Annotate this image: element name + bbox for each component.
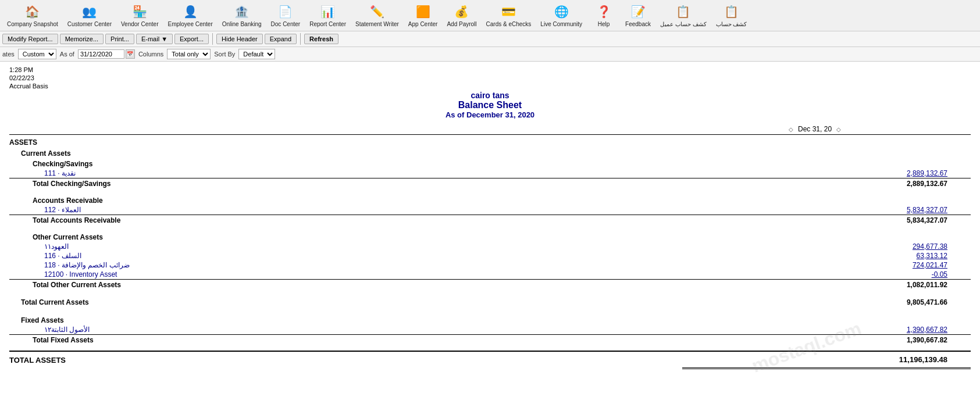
account-fixed-row: الأصول الثابتة١٢ 1,390,667.82 bbox=[9, 325, 971, 335]
nav-cards-echecks[interactable]: 💳 Cards & eChecks bbox=[483, 2, 535, 28]
nav-vendor-center[interactable]: 🏪 Vendor Center bbox=[117, 2, 162, 28]
calendar-button[interactable]: 📅 bbox=[126, 49, 135, 59]
nav-doc-center[interactable]: 📄 Doc Center bbox=[268, 2, 304, 28]
current-assets-header: Current Assets bbox=[9, 148, 971, 158]
account-12100-row: 12100 · Inventory Asset -0.05 bbox=[9, 270, 971, 280]
columns-select[interactable]: Total only bbox=[167, 49, 211, 59]
account-alohod-row: العهود١١ 294,677.38 bbox=[9, 242, 971, 251]
expand-button[interactable]: Expand bbox=[265, 34, 297, 44]
kashf-hesab-icon: 📋 bbox=[723, 3, 739, 20]
nav-live-community-label: Live Community bbox=[540, 21, 582, 27]
report-table: ◇ Dec 31, 20 ◇ ASSETS Current Assets Che… bbox=[9, 124, 971, 369]
nav-online-banking-label: Online Banking bbox=[222, 21, 262, 27]
print-button[interactable]: Print... bbox=[105, 34, 134, 44]
account-alohod-value[interactable]: 294,677.38 bbox=[682, 242, 971, 251]
nav-report-center-label: Report Center bbox=[309, 21, 346, 27]
employee-center-icon: 👤 bbox=[182, 3, 198, 20]
email-button[interactable]: E-mail ▼ bbox=[136, 34, 173, 44]
account-12100-label[interactable]: 12100 · Inventory Asset bbox=[9, 270, 682, 280]
account-111-row: 111 · نقدية 2,889,132.67 bbox=[9, 169, 971, 178]
nav-add-payroll-label: Add Payroll bbox=[447, 21, 476, 27]
report-title: Balance Sheet bbox=[9, 100, 971, 110]
account-118-row: 118 · ضرائب الخصم والإضافة 724,021.47 bbox=[9, 260, 971, 270]
nav-statement-writer-label: Statement Writer bbox=[355, 21, 399, 27]
nav-app-center-label: App Center bbox=[408, 21, 438, 27]
account-alohod-label[interactable]: العهود١١ bbox=[9, 242, 682, 251]
nav-help[interactable]: ❓ Help bbox=[588, 2, 619, 28]
toolbar-separator-2 bbox=[300, 33, 301, 45]
filter-bar: ates Custom As of 📅 Columns Total only S… bbox=[0, 47, 980, 62]
account-12100-value[interactable]: -0.05 bbox=[682, 270, 971, 280]
total-other-current-value: 1,082,011.92 bbox=[682, 280, 971, 291]
total-current-assets-label: Total Current Assets bbox=[9, 296, 682, 309]
account-111-value[interactable]: 2,889,132.67 bbox=[682, 169, 971, 178]
other-current-assets-label: Other Current Assets bbox=[9, 231, 682, 242]
add-payroll-icon: 💰 bbox=[454, 3, 470, 20]
nav-app-center[interactable]: 🟧 App Center bbox=[405, 2, 441, 28]
total-fixed-row: Total Fixed Assets 1,390,667.82 bbox=[9, 335, 971, 346]
account-111-label[interactable]: 111 · نقدية bbox=[9, 169, 682, 178]
account-fixed-label[interactable]: الأصول الثابتة١٢ bbox=[9, 325, 682, 335]
dates-select[interactable]: Custom bbox=[18, 49, 56, 59]
account-112-label[interactable]: 112 · العملاء bbox=[9, 205, 682, 215]
account-112-value[interactable]: 5,834,327.07 bbox=[682, 205, 971, 215]
other-current-assets-header: Other Current Assets bbox=[9, 231, 971, 242]
nav-employee-center[interactable]: 👤 Employee Center bbox=[164, 2, 216, 28]
nav-kashf-hesab-label: كشف حساب bbox=[716, 21, 747, 27]
kashf-hesab-ameel-icon: 📋 bbox=[675, 3, 692, 20]
date-input-group: 📅 bbox=[78, 49, 135, 59]
col-value-header: ◇ Dec 31, 20 ◇ bbox=[682, 124, 971, 135]
live-community-icon: 🌐 bbox=[553, 3, 569, 20]
account-112-row: 112 · العملاء 5,834,327.07 bbox=[9, 205, 971, 215]
nav-customer-center[interactable]: 👥 Customer Center bbox=[64, 2, 115, 28]
nav-feedback-label: Feedback bbox=[625, 21, 651, 27]
hide-header-button[interactable]: Hide Header bbox=[216, 34, 263, 44]
column-header-row: ◇ Dec 31, 20 ◇ bbox=[9, 124, 971, 135]
nav-add-payroll[interactable]: 💰 Add Payroll bbox=[443, 2, 480, 28]
nav-doc-center-label: Doc Center bbox=[271, 21, 301, 27]
as-of-date-input[interactable] bbox=[78, 49, 124, 59]
modify-report-button[interactable]: Modify Report... bbox=[2, 34, 58, 44]
account-118-value[interactable]: 724,021.47 bbox=[682, 260, 971, 270]
nav-customer-center-label: Customer Center bbox=[67, 21, 112, 27]
nav-report-center[interactable]: 📊 Report Center bbox=[306, 2, 350, 28]
refresh-button[interactable]: Refresh bbox=[304, 34, 338, 44]
total-current-assets-value: 9,805,471.66 bbox=[682, 296, 971, 309]
memorize-button[interactable]: Memorize... bbox=[60, 34, 104, 44]
nav-live-community[interactable]: 🌐 Live Community bbox=[537, 2, 586, 28]
export-button[interactable]: Export... bbox=[174, 34, 209, 44]
account-118-label[interactable]: 118 · ضرائب الخصم والإضافة bbox=[9, 260, 682, 270]
nav-help-label: Help bbox=[598, 21, 610, 27]
online-banking-icon: 🏦 bbox=[234, 3, 250, 20]
total-fixed-label: Total Fixed Assets bbox=[9, 335, 682, 346]
nav-kashf-hesab-ameel[interactable]: 📋 كشف حساب عميل bbox=[657, 2, 710, 28]
nav-online-banking[interactable]: 🏦 Online Banking bbox=[219, 2, 265, 28]
total-ar-label: Total Accounts Receivable bbox=[9, 215, 682, 226]
company-snapshot-icon: 🏠 bbox=[24, 3, 41, 20]
sort-by-select[interactable]: Default bbox=[238, 49, 275, 59]
report-date: 02/22/23 bbox=[9, 74, 971, 81]
account-116-label[interactable]: 116 · السلف bbox=[9, 251, 682, 260]
nav-kashf-hesab[interactable]: 📋 كشف حساب bbox=[712, 2, 751, 28]
next-period-arrow[interactable]: ◇ bbox=[836, 126, 841, 133]
nav-feedback[interactable]: 📝 Feedback bbox=[622, 2, 654, 28]
nav-company-snapshot[interactable]: 🏠 Company Snapshot bbox=[3, 2, 62, 28]
account-fixed-value[interactable]: 1,390,667.82 bbox=[682, 325, 971, 335]
report-header: cairo tans Balance Sheet As of December … bbox=[9, 91, 971, 119]
doc-center-icon: 📄 bbox=[277, 3, 294, 20]
nav-statement-writer[interactable]: ✏️ Statement Writer bbox=[352, 2, 402, 28]
fixed-assets-label: Fixed Assets bbox=[9, 315, 682, 325]
report-company: cairo tans bbox=[9, 91, 971, 100]
as-of-label: As of bbox=[60, 51, 74, 58]
col-period-label: Dec 31, 20 bbox=[798, 125, 832, 133]
total-other-current-row: Total Other Current Assets 1,082,011.92 bbox=[9, 280, 971, 291]
nav-kashf-hesab-ameel-label: كشف حساب عميل bbox=[660, 21, 707, 27]
top-navigation: 🏠 Company Snapshot 👥 Customer Center 🏪 V… bbox=[0, 0, 980, 31]
cards-echecks-icon: 💳 bbox=[500, 3, 516, 20]
total-assets-row: TOTAL ASSETS 11,196,139.48 bbox=[9, 351, 971, 369]
account-116-value[interactable]: 63,313.12 bbox=[682, 251, 971, 260]
prev-period-arrow[interactable]: ◇ bbox=[789, 126, 793, 133]
total-ar-value: 5,834,327.07 bbox=[682, 215, 971, 226]
nav-cards-echecks-label: Cards & eChecks bbox=[486, 21, 532, 27]
report-basis: Accrual Basis bbox=[9, 83, 971, 90]
